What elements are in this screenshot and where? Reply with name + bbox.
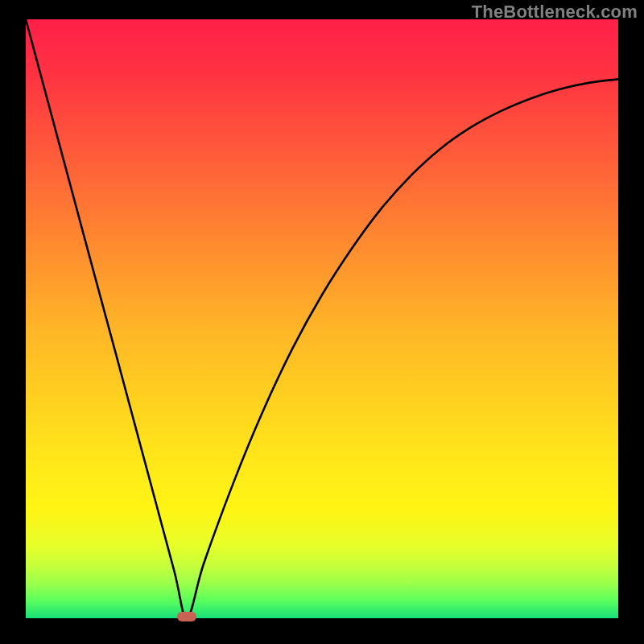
bottleneck-curve [26,19,618,618]
optimal-point-marker [177,612,196,621]
plot-frame [26,19,618,618]
chart-stage: TheBottleneck.com [0,0,644,644]
